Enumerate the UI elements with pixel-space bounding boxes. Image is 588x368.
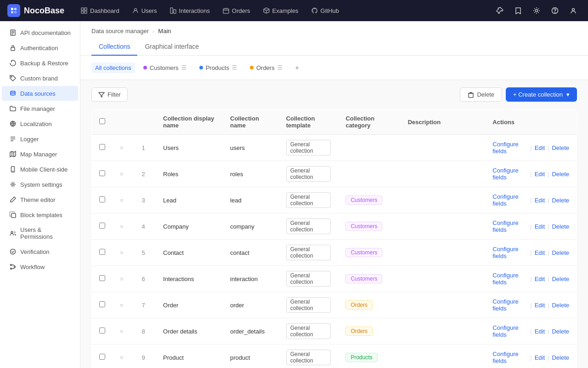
template-badge: General collection: [286, 166, 331, 182]
row-checkbox[interactable]: [99, 144, 105, 150]
sidebar-item-api-doc[interactable]: API documentation: [2, 25, 78, 40]
cell-description: [401, 240, 486, 266]
tab-graphical[interactable]: Graphical interface: [137, 38, 206, 56]
sidebar-item-block-templates[interactable]: Block templates: [2, 207, 78, 222]
edit-link[interactable]: Edit: [535, 249, 545, 256]
customers-menu-icon[interactable]: ☰: [181, 64, 187, 71]
bookmark-icon[interactable]: [511, 3, 526, 18]
pin-icon[interactable]: [492, 3, 507, 18]
all-collections-filter[interactable]: All collections: [91, 63, 135, 73]
nav-dashboard[interactable]: Dashboard: [75, 5, 125, 17]
configure-fields-link[interactable]: Configure fields: [492, 193, 527, 207]
sidebar-item-auth[interactable]: Authentication: [2, 40, 78, 55]
drag-handle-icon[interactable]: ≡: [120, 276, 124, 282]
products-menu-icon[interactable]: ☰: [232, 64, 237, 71]
delete-row-link[interactable]: Delete: [552, 249, 569, 256]
tab-collections[interactable]: Collections: [91, 38, 137, 56]
drag-handle-icon[interactable]: ≡: [120, 249, 124, 256]
products-tag[interactable]: Products ☰: [195, 63, 242, 73]
sidebar-item-file-manager[interactable]: File manager: [2, 101, 78, 116]
configure-fields-link[interactable]: Configure fields: [492, 141, 527, 155]
edit-link[interactable]: Edit: [535, 354, 545, 361]
nav-users[interactable]: Users: [127, 5, 163, 17]
delete-icon: [468, 92, 474, 98]
tag-icon: [9, 75, 17, 82]
sidebar-item-map-manager[interactable]: Map Manager: [2, 147, 78, 161]
table-row: ≡3LeadleadGeneral collectionCustomers Co…: [92, 187, 577, 213]
drag-handle-icon[interactable]: ≡: [120, 354, 124, 361]
edit-link[interactable]: Edit: [535, 276, 545, 282]
app-logo[interactable]: NocoBase: [7, 4, 64, 17]
user-icon[interactable]: [566, 3, 581, 18]
nav-orders[interactable]: Orders: [217, 5, 256, 17]
nav-examples[interactable]: Examples: [258, 5, 304, 17]
configure-fields-link[interactable]: Configure fields: [492, 351, 527, 364]
delete-row-link[interactable]: Delete: [552, 144, 569, 151]
sidebar-item-custom-brand[interactable]: Custom brand: [2, 71, 78, 86]
row-checkbox[interactable]: [99, 328, 105, 334]
sidebar-item-verification[interactable]: Verification: [2, 244, 78, 259]
template-badge: General collection: [286, 218, 331, 234]
sidebar-item-theme-editor[interactable]: Theme editor: [2, 192, 78, 207]
sidebar-item-workflow[interactable]: Workflow: [2, 259, 78, 274]
edit-link[interactable]: Edit: [535, 328, 545, 335]
orders-dot: [250, 66, 254, 69]
sidebar-item-data-sources[interactable]: Data sources: [2, 86, 78, 101]
add-collection-tag-button[interactable]: +: [291, 61, 304, 74]
row-checkbox[interactable]: [99, 223, 105, 229]
create-collection-button[interactable]: + Create collection ▾: [506, 87, 577, 102]
category-badge: Customers: [345, 274, 382, 283]
orders-menu-icon[interactable]: ☰: [277, 64, 283, 71]
configure-fields-link[interactable]: Configure fields: [492, 324, 527, 338]
edit-link[interactable]: Edit: [535, 302, 545, 309]
delete-row-link[interactable]: Delete: [552, 223, 569, 230]
edit-link[interactable]: Edit: [535, 223, 545, 230]
configure-fields-link[interactable]: Configure fields: [492, 298, 527, 312]
row-number: 5: [142, 249, 145, 256]
sidebar-item-logger[interactable]: Logger: [2, 132, 78, 146]
configure-fields-link[interactable]: Configure fields: [492, 272, 527, 286]
delete-row-link[interactable]: Delete: [552, 276, 569, 282]
delete-button[interactable]: Delete: [460, 87, 502, 102]
sidebar-item-localization[interactable]: Localization: [2, 116, 78, 131]
drag-handle-icon[interactable]: ≡: [120, 171, 124, 178]
edit-link[interactable]: Edit: [535, 197, 545, 204]
table-row: ≡8Order detailsorder_detailsGeneral coll…: [92, 318, 577, 345]
cell-description: [401, 318, 486, 345]
sidebar-item-users-perms[interactable]: Users & Permissions: [2, 223, 78, 244]
select-all-checkbox[interactable]: [99, 118, 105, 124]
sidebar-item-backup[interactable]: Backup & Restore: [2, 56, 78, 70]
help-icon[interactable]: [548, 3, 562, 18]
breadcrumb-link[interactable]: Data source manager: [91, 28, 149, 34]
settings-icon[interactable]: [529, 3, 544, 18]
delete-row-link[interactable]: Delete: [552, 354, 569, 361]
nav-interactions[interactable]: Interactions: [164, 5, 215, 17]
sidebar-item-system-settings[interactable]: System settings: [2, 177, 78, 192]
delete-row-link[interactable]: Delete: [552, 171, 569, 178]
row-checkbox[interactable]: [99, 196, 105, 202]
customers-tag[interactable]: Customers ☰: [139, 63, 191, 73]
drag-handle-icon[interactable]: ≡: [120, 197, 124, 204]
configure-fields-link[interactable]: Configure fields: [492, 219, 527, 233]
delete-row-link[interactable]: Delete: [552, 197, 569, 204]
edit-link[interactable]: Edit: [535, 144, 545, 151]
drag-handle-icon[interactable]: ≡: [120, 328, 124, 335]
row-checkbox[interactable]: [99, 275, 105, 281]
drag-handle-icon[interactable]: ≡: [120, 223, 124, 230]
row-checkbox[interactable]: [99, 170, 105, 176]
row-checkbox[interactable]: [99, 249, 105, 255]
edit-link[interactable]: Edit: [535, 171, 545, 178]
configure-fields-link[interactable]: Configure fields: [492, 246, 527, 259]
orders-tag[interactable]: Orders ☰: [245, 63, 287, 73]
delete-row-link[interactable]: Delete: [552, 302, 569, 309]
row-checkbox[interactable]: [99, 301, 105, 307]
nav-github[interactable]: GitHub: [306, 5, 345, 17]
configure-fields-link[interactable]: Configure fields: [492, 167, 527, 181]
sidebar-item-mobile[interactable]: Mobile Client-side: [2, 162, 78, 177]
row-checkbox[interactable]: [99, 354, 105, 360]
filter-button[interactable]: Filter: [91, 87, 128, 102]
template-badge: General collection: [286, 323, 331, 339]
drag-handle-icon[interactable]: ≡: [120, 302, 124, 309]
delete-row-link[interactable]: Delete: [552, 328, 569, 335]
drag-handle-icon[interactable]: ≡: [120, 144, 124, 151]
